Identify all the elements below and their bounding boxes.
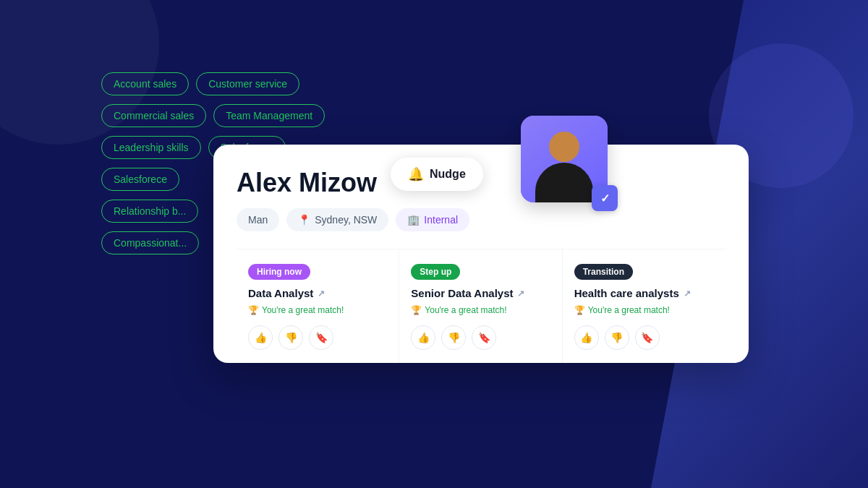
job-title-2: Senior Data Analyst ↗: [411, 287, 550, 299]
location-icon: 📍: [298, 214, 310, 226]
external-link-icon-2[interactable]: ↗: [517, 288, 524, 299]
trophy-icon-3: 🏆: [574, 305, 585, 315]
bookmark-button-2[interactable]: 🔖: [472, 325, 496, 350]
meta-internal: 🏢 Internal: [396, 208, 469, 231]
trophy-icon-1: 🏆: [248, 305, 259, 315]
building-icon: 🏢: [407, 214, 420, 226]
checkmark-badge: ✓: [592, 185, 618, 211]
action-icons-2: 👍 👎 🔖: [411, 325, 550, 350]
nudge-icon: 🔔: [408, 166, 424, 182]
tags-row-1: Account sales Customer service: [101, 72, 325, 95]
tag-salesforce-2: Salesforece: [101, 168, 179, 191]
action-icons-1: 👍 👎 🔖: [248, 325, 387, 350]
job-badge-2: Step up: [411, 264, 460, 280]
internal-label: Internal: [424, 214, 458, 226]
checkmark-icon: ✓: [600, 192, 610, 205]
nudge-label: Nudge: [430, 168, 466, 181]
bookmark-button-1[interactable]: 🔖: [309, 325, 333, 350]
external-link-icon-3[interactable]: ↗: [684, 288, 691, 299]
tag-account-sales: Account sales: [101, 72, 189, 95]
tag-relationship: Relationship b...: [101, 200, 198, 223]
tag-compassionate: Compassionat...: [101, 231, 199, 254]
meta-gender: Man: [237, 208, 279, 231]
job-badge-3: Transition: [574, 264, 633, 280]
job-card-3: Transition Health care analysts ↗ 🏆 You'…: [563, 249, 726, 363]
job-title-3: Health care analysts ↗: [574, 287, 714, 299]
bookmark-button-3[interactable]: 🔖: [635, 325, 660, 350]
dislike-button-3[interactable]: 👎: [605, 325, 629, 350]
tag-commercial-sales: Commercial sales: [101, 104, 206, 127]
match-text-1: 🏆 You're a great match!: [248, 305, 387, 315]
meta-tags: Man 📍 Sydney, NSW 🏢 Internal: [237, 208, 726, 231]
action-icons-3: 👍 👎 🔖: [574, 325, 714, 350]
match-text-2: 🏆 You're a great match!: [411, 305, 550, 315]
nudge-button[interactable]: 🔔 Nudge: [391, 158, 483, 191]
job-cards-container: Hiring now Data Analyst ↗ 🏆 You're a gre…: [237, 249, 726, 363]
match-text-3: 🏆 You're a great match!: [574, 305, 714, 315]
avatar-face: [549, 132, 579, 162]
tags-row-2: Commercial sales Team Management: [101, 104, 325, 127]
gender-label: Man: [248, 214, 268, 226]
dislike-button-1[interactable]: 👎: [278, 325, 303, 350]
like-button-2[interactable]: 👍: [411, 325, 435, 350]
job-card-1: Hiring now Data Analyst ↗ 🏆 You're a gre…: [237, 249, 399, 363]
like-button-1[interactable]: 👍: [248, 325, 273, 350]
meta-location: 📍 Sydney, NSW: [286, 208, 388, 231]
dislike-button-2[interactable]: 👎: [441, 325, 466, 350]
tag-customer-service: Customer service: [196, 72, 299, 95]
job-badge-1: Hiring now: [248, 264, 310, 280]
external-link-icon-1[interactable]: ↗: [318, 288, 325, 299]
location-label: Sydney, NSW: [315, 214, 377, 226]
tag-leadership: Leadership skills: [101, 136, 201, 159]
trophy-icon-2: 🏆: [411, 305, 422, 315]
tag-team-management: Team Management: [213, 104, 325, 127]
like-button-3[interactable]: 👍: [574, 325, 599, 350]
job-title-1: Data Analyst ↗: [248, 287, 387, 299]
job-card-2: Step up Senior Data Analyst ↗ 🏆 You're a…: [399, 249, 562, 363]
avatar-body: [535, 163, 593, 202]
